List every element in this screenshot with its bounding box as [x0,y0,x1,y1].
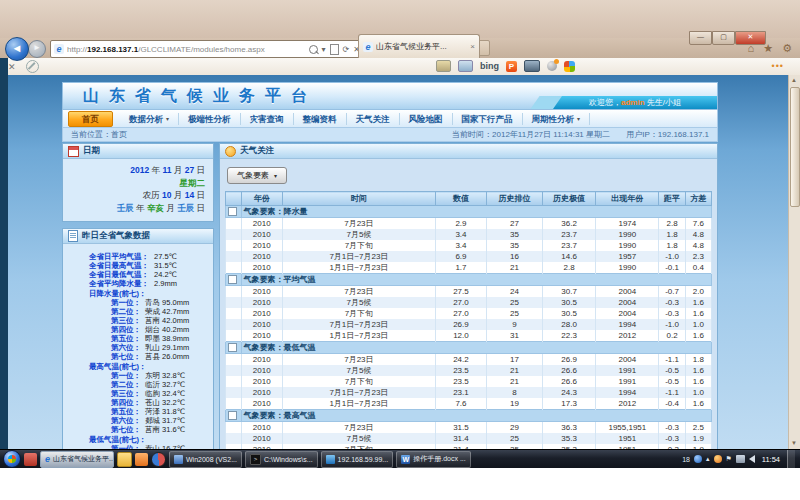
minimize-button[interactable]: — [689,31,712,45]
table-cell: 31 [486,330,542,342]
taskbar-button-0[interactable]: Win2008 (VS2... [169,451,242,468]
table-cell: 3.4 [435,229,486,240]
url-text[interactable]: http://192.168.137.1/GLCCLIMATE/modules/… [67,45,306,54]
section-checkbox[interactable] [228,411,237,420]
table-cell: 23.7 [542,240,595,251]
app-ball-icon[interactable] [151,452,166,467]
scroll-down-icon[interactable]: ▼ [789,438,799,449]
date-segment: 月 [174,190,185,200]
search-dropdown-icon[interactable]: ▾ [322,45,326,54]
table-cell: 1.9 [685,433,711,444]
menu-item-1[interactable]: 数据分析▾ [120,113,179,125]
page-content: 山东省气候业务平台 欢迎您，admin 先生/小姐 首页数据分析▾极端性分析灾害… [62,82,718,450]
search-provider-icon[interactable]: P [506,61,517,72]
show-desktop-button[interactable] [787,450,795,469]
table-cell: -0.3 [659,308,685,319]
menu-item-3[interactable]: 灾害查询 [241,113,294,125]
table-cell: 2010 [241,308,282,319]
maximize-button[interactable]: ▢ [712,31,735,45]
settings-gear-icon[interactable]: ⚙ [782,41,792,55]
back-button[interactable]: ◄ [5,37,29,61]
browser-navigation-bar: ◄ ► e http://192.168.137.1/GLCCLIMATE/mo… [0,38,800,58]
table-row: 20107月下旬3.43523.719901.84.8 [226,240,712,251]
forward-button[interactable]: ► [28,40,46,58]
menu-item-5[interactable]: 天气关注 [347,113,400,125]
rank-group-title: 日降水量(前七)： [63,289,211,298]
taskbar-button-1[interactable]: >C:\Windows\s... [245,451,318,468]
bing-logo[interactable]: bing [480,61,499,71]
menu-item-7[interactable]: 国家下行产品 [453,113,523,125]
table-cell: 2.3 [685,251,711,262]
taskbar-button-2[interactable]: 192.168.59.99... [321,451,394,468]
element-filter-button[interactable]: 气象要素▾ [227,167,287,184]
volume-icon[interactable] [749,455,755,463]
table-cell: 2010 [241,240,282,251]
app-orange-icon[interactable] [135,453,148,466]
section-checkbox[interactable] [228,343,237,352]
tray-expand-icon[interactable]: ▴ [706,455,710,463]
scroll-up-icon[interactable]: ▲ [789,75,799,86]
date-panel-header: 日期 [63,144,213,159]
tray-fox-icon[interactable] [714,455,722,463]
menu-item-6[interactable]: 风险地图 [400,113,453,125]
stats-panel: 昨日全省气象数据 全省日平均气温：27.5℃全省日最高气温：31.5℃全省日最低… [62,228,214,450]
rank-position: 第二位： [111,380,141,389]
rank-item: 第三位：临朐 32.4℃ [63,389,211,398]
scrollbar-thumb[interactable] [790,87,800,207]
compatibility-icon[interactable] [330,44,339,55]
table-cell: 27.0 [435,308,486,319]
date-segment: 27 [185,165,197,175]
rank-value: 莒县 26.0mm [145,352,189,361]
search-icon[interactable] [309,45,318,54]
explorer-icon[interactable] [117,452,132,467]
rank-item: 第六位：乳山 29.1mm [63,343,211,352]
close-button[interactable]: ✕ [735,31,766,45]
more-options-icon[interactable]: ••• [772,61,784,71]
system-tray: 18 ▴ ⚑ 11:54 [682,450,797,469]
address-bar[interactable]: e http://192.168.137.1/GLCCLIMATE/module… [50,40,364,58]
row-lead-cell [226,330,242,342]
menu-item-label: 风险地图 [409,113,443,125]
pinned-app-icon[interactable] [24,453,37,466]
row-lead-cell [226,229,242,240]
menu-item-4[interactable]: 整编资料 [294,113,347,125]
table-header-cell: 方差 [685,192,711,206]
table-cell: 2012 [596,330,659,342]
section-checkbox[interactable] [228,275,237,284]
rank-value: 苍山 32.2℃ [145,398,185,407]
tab-close-icon[interactable]: × [470,42,475,51]
active-window-button[interactable]: e 山东省气候业务平... [40,451,114,468]
blocked-icon[interactable] [26,60,39,73]
taskbar-clock[interactable]: 11:54 [762,455,780,464]
tray-app-icon[interactable] [694,455,702,463]
action-center-flag-icon[interactable]: ⚑ [726,455,732,463]
start-button[interactable] [3,450,21,468]
card-icon[interactable] [436,60,451,72]
menu-item-2[interactable]: 极端性分析 [179,113,241,125]
ie-icon: e [45,454,50,464]
table-header-cell: 距平 [659,192,685,206]
refresh-icon[interactable]: ⟳ [343,45,350,54]
mail-icon[interactable] [458,60,473,72]
browser-scrollbar[interactable]: ▲ ▼ [788,75,800,449]
rank-position: 第六位： [111,343,141,352]
menu-item-0[interactable]: 首页 [68,111,113,127]
table-cell: -1.1 [659,387,685,398]
rank-value: 荣成 42.7mm [145,307,189,316]
browser-tab[interactable]: e 山东省气候业务平... × [358,34,480,58]
camera-icon[interactable] [524,60,540,72]
table-row: 20107月23日31.52936.31955,1951-0.32.5 [226,422,712,434]
chevron-down-icon: ▾ [274,172,277,179]
network-icon[interactable] [736,455,745,463]
addons-icon[interactable] [564,61,575,72]
section-checkbox[interactable] [228,207,237,216]
person-icon[interactable] [547,61,557,71]
table-cell: 7月5候 [282,297,435,308]
table-cell: 1.0 [685,319,711,330]
taskbar-button-3[interactable]: W操作手册.docx ... [396,451,471,468]
addon-close-icon[interactable]: ✕ [8,62,16,72]
taskbar-button-label: C:\Windows\s... [264,456,313,463]
menu-item-8[interactable]: 周期性分析▾ [523,113,591,125]
section-title: 气象要素：最高气温 [241,410,711,422]
date-segment: 星期二 [180,178,206,188]
